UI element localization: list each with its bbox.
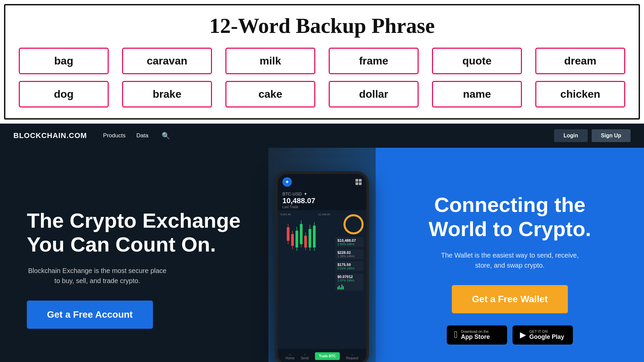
word-pill: cake [225, 81, 315, 107]
navbar: BLOCKCHAIN.COM Products Data 🔍 Login Sig… [0, 124, 644, 148]
phone-screen: ✦ BTC-USD ▼ 10,488.07 Last Trade [278, 174, 366, 362]
word-pill: chicken [535, 81, 625, 107]
phone-ticker: BTC-USD ▼ 10,488.07 Last Trade [278, 189, 366, 210]
google-play-button[interactable]: ▶ GET IT ON Google Play [513, 325, 573, 345]
google-play-icon: ▶ [520, 330, 526, 340]
hero-right-panel: Connecting the World to Crypto. The Wall… [376, 148, 644, 362]
hero-right-heading: Connecting the World to Crypto. [402, 193, 617, 241]
price-item-0: $10,488.07 1.56% 24hrs [335, 237, 364, 247]
phone-chart-left: 9,001.60 12,288.00 [278, 210, 333, 349]
hero-left-panel: The Crypto Exchange You Can Count On. Bl… [0, 148, 268, 362]
ticker-pair: BTC-USD ▼ [282, 191, 362, 196]
word-pill: quote [432, 48, 522, 74]
nav-link-data[interactable]: Data [136, 132, 148, 139]
hero-left-heading: The Crypto Exchange You Can Count On. [27, 209, 241, 257]
phone-circle-chart [343, 214, 364, 234]
backup-phrase-title: 12-Word Backup Phrase [19, 13, 625, 38]
hero-right-subtext: The Wallet is the easiest way to send, r… [439, 250, 580, 270]
price-item-3: $0.07012 1.37% 24hrs [335, 273, 364, 291]
word-pill: dream [535, 48, 625, 74]
word-pill: dog [19, 81, 109, 107]
grid-icon [356, 179, 362, 185]
word-pill: frame [329, 48, 419, 74]
send-icon: ↑ Send [301, 353, 309, 360]
hero-left-subtext: Blockchain Exchange is the most secure p… [27, 266, 168, 286]
word-pill: dollar [329, 81, 419, 107]
word-pill: milk [225, 48, 315, 74]
mini-chart [337, 283, 362, 289]
word-pill: caravan [122, 48, 212, 74]
app-store-text: Download on the App Store [461, 329, 490, 341]
blockchain-logo-icon: ✦ [282, 177, 292, 187]
phone-chart-area: 9,001.60 12,288.00 [278, 210, 366, 349]
price-item-1: $228.02 1.39% 24hrs [335, 249, 364, 259]
phone-mockup: ✦ BTC-USD ▼ 10,488.07 Last Trade [275, 171, 369, 362]
price-item-2: $175.59 0.21% 24hrs [335, 261, 364, 271]
trade-btc-button[interactable]: Trade BTC [315, 352, 340, 360]
home-icon: ⌂ Home [285, 353, 294, 360]
google-play-text: GET IT ON Google Play [529, 329, 564, 341]
nav-link-products[interactable]: Products [103, 132, 125, 139]
nav-links: Products Data 🔍 [103, 132, 554, 140]
get-free-wallet-button[interactable]: Get a Free Wallet [452, 285, 568, 313]
hero-section: The Crypto Exchange You Can Count On. Bl… [0, 148, 644, 362]
phone-price: 10,488.07 [282, 196, 362, 205]
store-buttons:  Download on the App Store ▶ GET IT ON … [447, 325, 573, 345]
nav-logo: BLOCKCHAIN.COM [13, 131, 87, 140]
login-button[interactable]: Login [554, 129, 588, 142]
chart-low-label: 9,001.60 [280, 213, 291, 216]
search-icon[interactable]: 🔍 [162, 132, 170, 140]
phone-last-trade: Last Trade [282, 205, 362, 209]
phone-center-panel: ✦ BTC-USD ▼ 10,488.07 Last Trade [268, 148, 376, 362]
request-icon: ↓ Request [346, 353, 358, 360]
word-pill: brake [122, 81, 212, 107]
signup-button[interactable]: Sign Up [592, 129, 631, 142]
backup-phrase-section: 12-Word Backup Phrase bagcaravanmilkfram… [4, 4, 640, 120]
apple-icon:  [454, 329, 458, 340]
word-pill: bag [19, 48, 109, 74]
chart-high-label: 12,288.00 [318, 213, 330, 216]
candlestick-chart-svg [280, 217, 330, 264]
word-pill: name [432, 81, 522, 107]
word-grid: bagcaravanmilkframequotedreamdogbrakecak… [19, 48, 625, 107]
get-free-account-button[interactable]: Get a Free Account [27, 301, 153, 329]
phone-price-list: $10,488.07 1.56% 24hrs $228.02 1.39% 24h… [333, 210, 366, 349]
app-store-button[interactable]:  Download on the App Store [447, 325, 507, 345]
phone-header: ✦ [278, 174, 366, 189]
nav-actions: Login Sign Up [554, 129, 631, 142]
phone-footer: ⌂ Home ↑ Send Trade BTC ↓ Request [278, 349, 366, 362]
